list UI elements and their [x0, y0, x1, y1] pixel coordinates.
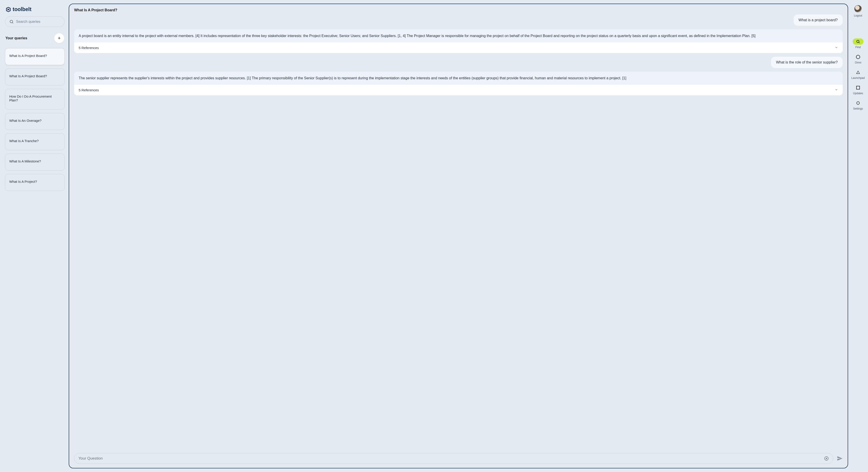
svg-marker-7 — [857, 71, 860, 74]
query-list-item[interactable]: What Is An Overage? — [5, 113, 65, 130]
svg-marker-8 — [857, 101, 860, 105]
avatar — [854, 5, 862, 13]
search-icon — [852, 38, 864, 45]
rail-item-launchpad[interactable]: Launchpad — [851, 69, 865, 80]
right-rail: Logout FindOmniLaunchpadUpdatesSettings — [849, 1, 867, 471]
rail-item-omni[interactable]: Omni — [851, 54, 865, 64]
query-list-item[interactable]: How Do I Do A Procurement Plan? — [5, 89, 65, 109]
question-input[interactable] — [79, 456, 824, 461]
query-list-item-label: What Is A Project Board? — [9, 54, 47, 58]
rail-item-label: Omni — [855, 61, 862, 64]
search-icon — [9, 20, 14, 24]
close-circle-icon — [824, 456, 829, 461]
assistant-message: A project board is an entity internal to… — [74, 29, 843, 53]
chevron-down-icon — [835, 45, 838, 50]
rail-item-label: Launchpad — [851, 76, 865, 80]
references-toggle[interactable]: 5 References — [74, 85, 843, 95]
square-icon — [852, 85, 864, 91]
chevron-down-icon — [835, 88, 838, 92]
references-toggle[interactable]: 5 References — [74, 42, 843, 53]
queries-heading: Your queries — [5, 36, 27, 40]
main-panel: What Is A Project Board? What is a proje… — [69, 4, 848, 468]
send-icon — [837, 455, 843, 461]
svg-line-6 — [859, 42, 860, 43]
assistant-message: The senior supplier represents the suppl… — [74, 72, 843, 95]
brand-logo: toolbelt — [5, 5, 65, 12]
circle-icon — [852, 54, 864, 60]
plus-icon: + — [58, 35, 61, 41]
references-label: 5 References — [79, 88, 99, 92]
rail-item-label: Find — [855, 45, 861, 49]
user-menu[interactable]: Logout — [851, 5, 865, 17]
assistant-message-text: A project board is an entity internal to… — [74, 29, 843, 42]
clear-input-button[interactable] — [824, 456, 829, 461]
page-title: What Is A Project Board? — [69, 4, 848, 14]
rail-item-label: Settings — [853, 107, 863, 110]
question-input-wrap[interactable] — [74, 453, 833, 464]
brand-logo-icon — [5, 6, 11, 12]
rail-item-settings[interactable]: Settings — [851, 100, 865, 110]
send-button[interactable] — [837, 455, 843, 461]
query-list-item-label: What Is A Milestone? — [9, 159, 41, 163]
add-query-button[interactable]: + — [54, 33, 64, 43]
hexagon-icon — [852, 100, 864, 106]
svg-point-0 — [10, 20, 13, 23]
rail-item-find[interactable]: Find — [851, 38, 865, 49]
logout-label: Logout — [854, 14, 862, 17]
references-label: 5 References — [79, 46, 99, 50]
query-list-item[interactable]: What Is A Project Board? — [5, 48, 65, 65]
query-list-item-label: What Is A Project Board? — [9, 74, 47, 78]
svg-point-5 — [857, 40, 859, 43]
user-message: What is the role of the senior supplier? — [771, 57, 843, 68]
search-input-wrap[interactable] — [5, 17, 65, 27]
query-list-item-label: How Do I Do A Procurement Plan? — [9, 94, 52, 102]
query-list-item-label: What Is A Tranche? — [9, 139, 39, 143]
search-input[interactable] — [16, 20, 60, 24]
query-list-item-label: What Is A Project? — [9, 180, 37, 184]
rail-item-label: Updates — [853, 92, 863, 95]
query-list-item-label: What Is An Overage? — [9, 119, 41, 122]
query-list-item[interactable]: What Is A Tranche? — [5, 133, 65, 150]
brand-name: toolbelt — [13, 6, 31, 12]
query-list-item[interactable]: What Is A Milestone? — [5, 154, 65, 170]
svg-line-1 — [12, 23, 13, 24]
user-message: What is a project board? — [794, 14, 843, 26]
triangle-icon — [852, 69, 864, 75]
rail-item-updates[interactable]: Updates — [851, 85, 865, 95]
query-list-item[interactable]: What Is A Project? — [5, 174, 65, 191]
query-list-item[interactable]: What Is A Project Board? — [5, 68, 65, 86]
assistant-message-text: The senior supplier represents the suppl… — [74, 72, 843, 85]
